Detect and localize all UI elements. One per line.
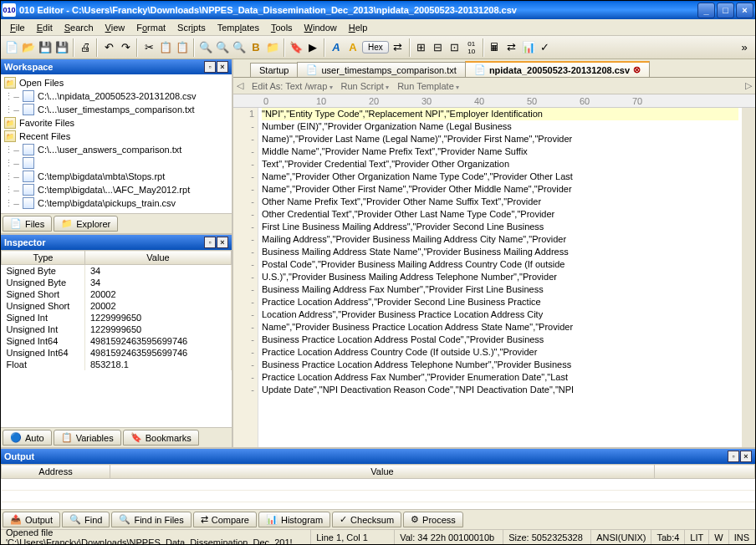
- menu-format[interactable]: Format: [130, 21, 171, 34]
- code-line[interactable]: Name)","Provider Last Name (Legal Name)"…: [262, 133, 738, 145]
- toggle-icon[interactable]: ⇄: [391, 40, 406, 55]
- tree-file[interactable]: ⋮―C:\temp\bigdata\mbta\Stops.rpt: [1, 170, 232, 183]
- panel-close-button[interactable]: ×: [217, 61, 228, 73]
- code-line[interactable]: Practice Location Address","Provider Sec…: [262, 296, 738, 308]
- replace-icon[interactable]: 🔍: [215, 40, 230, 55]
- code-line[interactable]: Business Practice Location Address Posta…: [262, 334, 738, 346]
- output-tab-find[interactable]: 🔍Find: [62, 512, 110, 527]
- panel-float-button[interactable]: ▫: [728, 451, 739, 462]
- tree-group[interactable]: 📁Favorite Files: [1, 116, 232, 130]
- code-line[interactable]: Other Credential Text","Provider Other L…: [262, 208, 738, 221]
- menu-window[interactable]: Window: [299, 21, 343, 34]
- inspector-tab-auto[interactable]: 🔵Auto: [3, 430, 52, 446]
- code-line[interactable]: Postal Code","Provider Business Mailing …: [262, 258, 738, 271]
- code-line[interactable]: Other Name Prefix Text","Provider Other …: [262, 196, 738, 208]
- status-mode-w[interactable]: W: [709, 530, 728, 544]
- undo-icon[interactable]: ↶: [101, 40, 116, 55]
- inspector-row[interactable]: Signed Int1229999650: [2, 312, 232, 323]
- menu-scripts[interactable]: Scripts: [171, 21, 212, 34]
- run-template-dropdown[interactable]: Run Template: [397, 81, 459, 91]
- findfiles-icon[interactable]: 🔍: [232, 40, 247, 55]
- tree-file[interactable]: ⋮―C:\temp\bigdata\...\AFC_May2012.rpt: [1, 183, 232, 196]
- cut-icon[interactable]: ✂: [141, 40, 156, 55]
- tree-group[interactable]: 📁Open Files: [1, 76, 232, 89]
- menu-tools[interactable]: Tools: [265, 21, 299, 34]
- save-icon[interactable]: 💾: [38, 40, 53, 55]
- inspector-row[interactable]: Float853218.1: [2, 359, 232, 370]
- code-line[interactable]: Practice Location Address Country Code (…: [262, 346, 738, 359]
- col-empty[interactable]: [655, 465, 755, 479]
- panel-close-button[interactable]: ×: [217, 237, 228, 248]
- code-line[interactable]: Name","Provider Business Practice Locati…: [262, 321, 738, 334]
- code-line[interactable]: Business Practice Location Address Telep…: [262, 359, 738, 371]
- menu-edit[interactable]: Edit: [31, 21, 59, 34]
- bookmark-icon[interactable]: 🔖: [289, 40, 304, 55]
- text-editor[interactable]: 1---------------------- "NPI","Entity Ty…: [233, 108, 755, 447]
- col-value[interactable]: Value: [85, 251, 232, 265]
- code-line[interactable]: Name","Provider Other Organization Name …: [262, 171, 738, 183]
- checksum-icon[interactable]: ✓: [538, 40, 553, 55]
- find-icon[interactable]: 🔍: [198, 40, 213, 55]
- inspector-row[interactable]: Signed Byte34: [2, 265, 232, 278]
- copy-icon[interactable]: 📋: [158, 40, 173, 55]
- tab-npidata[interactable]: 📄npidata_20050523-20131208.csv⊗: [465, 61, 650, 77]
- code-line[interactable]: First Line Business Mailing Address","Pr…: [262, 221, 738, 233]
- inspector-row[interactable]: Signed Int644981592463595699746: [2, 335, 232, 347]
- output-tab-histogram[interactable]: 📊Histogram: [258, 512, 330, 527]
- inspector-row[interactable]: Signed Short20002: [2, 288, 232, 300]
- saveall-icon[interactable]: 💾: [54, 40, 69, 55]
- tab-close-icon[interactable]: ⊗: [633, 64, 641, 75]
- inspector-row[interactable]: Unsigned Int644981592463595699746: [2, 347, 232, 359]
- code-line[interactable]: Update Date","NPI Deactivation Reason Co…: [262, 384, 738, 396]
- panel-close-button[interactable]: ×: [740, 451, 752, 462]
- compare-icon[interactable]: ⇄: [504, 40, 519, 55]
- calc-icon[interactable]: 🖩: [488, 40, 503, 55]
- status-ins[interactable]: INS: [729, 530, 755, 544]
- output-tab-output[interactable]: 📤Output: [3, 512, 60, 527]
- status-endian[interactable]: LIT: [685, 530, 709, 544]
- inspector-row[interactable]: Unsigned Int1229999650: [2, 323, 232, 335]
- histogram-icon[interactable]: 📊: [521, 40, 536, 55]
- code-line[interactable]: Mailing Address","Provider Business Mail…: [262, 233, 738, 246]
- code-line[interactable]: Location Address","Provider Business Pra…: [262, 308, 738, 321]
- goto-icon[interactable]: B: [248, 40, 263, 55]
- maximize-button[interactable]: □: [717, 3, 734, 18]
- print-icon[interactable]: 🖨: [78, 40, 93, 55]
- tab-usertimestamps[interactable]: 📄user_timestamps_comparison.txt: [297, 62, 465, 77]
- tree-file[interactable]: ⋮―C:\...\user_answers_comparison.txt: [1, 143, 232, 156]
- edit-as-dropdown[interactable]: Edit As: Text /wrap: [252, 81, 333, 91]
- inspector-row[interactable]: Unsigned Byte34: [2, 277, 232, 288]
- layout3-icon[interactable]: ⊡: [447, 40, 462, 55]
- output-tab-process[interactable]: ⚙Process: [403, 512, 463, 527]
- vertical-scrollbar[interactable]: [742, 108, 755, 447]
- tree-group[interactable]: 📁Recent Files: [1, 130, 232, 143]
- tree-file[interactable]: ⋮―: [1, 156, 232, 170]
- col-address[interactable]: Address: [2, 465, 110, 479]
- menu-view[interactable]: View: [100, 21, 131, 34]
- code-line[interactable]: Text","Provider Credential Text","Provid…: [262, 158, 738, 171]
- code-line[interactable]: Number (EIN)","Provider Organization Nam…: [262, 120, 738, 133]
- overflow-icon[interactable]: »: [737, 40, 752, 55]
- inspector-tab-variables[interactable]: 📋Variables: [54, 430, 121, 446]
- inspector-row[interactable]: Unsigned Short20002: [2, 300, 232, 312]
- inspector-tab-bookmarks[interactable]: 🔖Bookmarks: [123, 430, 199, 446]
- code-line[interactable]: Business Mailing Address State Name","Pr…: [262, 246, 738, 258]
- workspace-tab-explorer[interactable]: 📁Explorer: [54, 216, 118, 232]
- bin-icon[interactable]: 0110: [464, 40, 479, 55]
- tab-startup[interactable]: Startup: [250, 63, 298, 77]
- panel-float-button[interactable]: ▫: [204, 61, 216, 73]
- code-line[interactable]: U.S.)","Provider Business Mailing Addres…: [262, 271, 738, 283]
- highlight-icon[interactable]: A: [345, 40, 360, 55]
- open-icon[interactable]: 📂: [21, 40, 36, 55]
- col-value[interactable]: Value: [110, 465, 655, 479]
- close-button[interactable]: ×: [736, 3, 753, 18]
- code-line[interactable]: "NPI","Entity Type Code","Replacement NP…: [262, 108, 738, 120]
- nav-icon[interactable]: ▶: [305, 40, 320, 55]
- nav-back-icon[interactable]: ◁: [237, 80, 243, 91]
- code-line[interactable]: Business Mailing Address Fax Number","Pr…: [262, 283, 738, 296]
- tree-file[interactable]: ⋮―C:\...\user_timestamps_comparison.txt: [1, 103, 232, 116]
- code-line[interactable]: Practice Location Address Fax Number","P…: [262, 371, 738, 384]
- font-icon[interactable]: A: [329, 40, 344, 55]
- new-icon[interactable]: 📄: [4, 40, 19, 55]
- paste-icon[interactable]: 📋: [175, 40, 190, 55]
